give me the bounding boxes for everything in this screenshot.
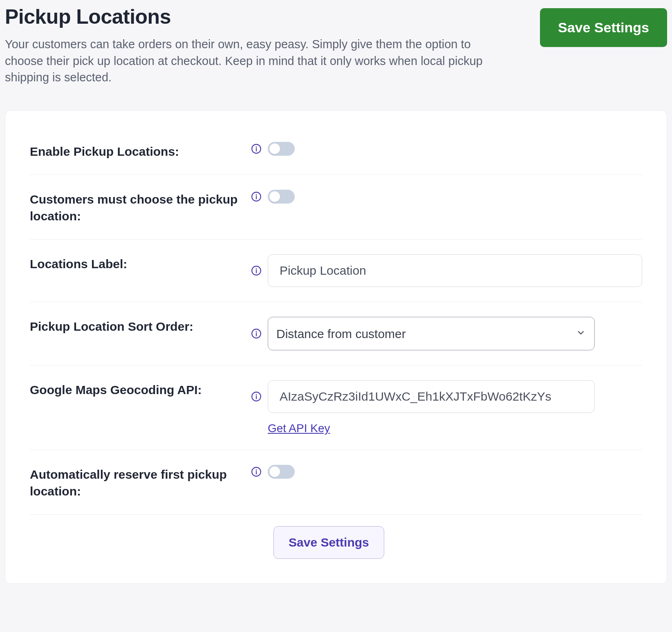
info-icon[interactable] [251,328,262,339]
row-enable-pickup: Enable Pickup Locations: [30,127,642,175]
row-must-choose: Customers must choose the pickup locatio… [30,175,642,240]
sort-order-label: Pickup Location Sort Order: [30,317,251,335]
must-choose-toggle[interactable] [268,190,295,204]
row-auto-reserve: Automatically reserve first pickup locat… [30,450,642,515]
enable-pickup-label: Enable Pickup Locations: [30,142,251,160]
enable-pickup-toggle[interactable] [268,142,295,156]
get-api-key-link[interactable]: Get API Key [268,422,330,435]
row-geocoding-api: Google Maps Geocoding API: Get API Key [30,365,642,450]
submit-row: Save Settings [30,515,642,559]
row-locations-label: Locations Label: [30,240,642,302]
save-settings-bottom-button[interactable]: Save Settings [273,526,384,559]
page-header: Pickup Locations Your customers can take… [5,5,667,110]
info-icon[interactable] [251,391,262,402]
locations-label-input[interactable] [268,254,642,287]
info-icon[interactable] [251,143,262,155]
save-settings-top-button[interactable]: Save Settings [540,8,667,47]
page-description: Your customers can take orders on their … [5,36,487,86]
info-icon[interactable] [251,265,262,276]
geocoding-api-label: Google Maps Geocoding API: [30,380,251,399]
info-icon[interactable] [251,191,262,202]
sort-order-select[interactable]: Distance from customer [268,317,595,350]
page-title: Pickup Locations [5,5,487,29]
auto-reserve-label: Automatically reserve first pickup locat… [30,465,251,500]
auto-reserve-toggle[interactable] [268,465,295,479]
info-icon[interactable] [251,466,262,477]
geocoding-api-input[interactable] [268,380,595,413]
row-sort-order: Pickup Location Sort Order: Distance fro… [30,302,642,365]
settings-card: Enable Pickup Locations: Customers must … [5,110,667,584]
locations-label-label: Locations Label: [30,254,251,273]
must-choose-label: Customers must choose the pickup locatio… [30,190,251,224]
